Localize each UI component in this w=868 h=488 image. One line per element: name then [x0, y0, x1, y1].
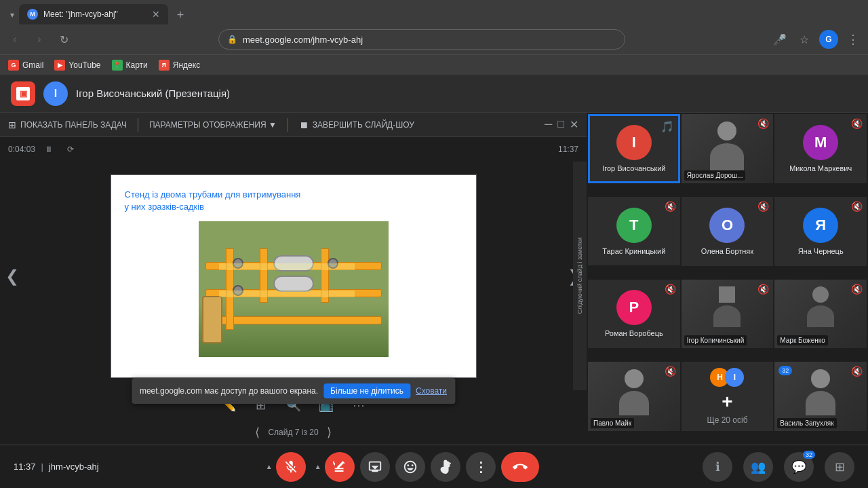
mic-control-group: ▲ [262, 452, 306, 482]
participant-tile[interactable]: 🔇 Р Роман Воробець [588, 280, 680, 349]
more-count: + [722, 391, 732, 413]
menu-button[interactable]: ⋮ [844, 30, 863, 49]
participant-avatar: О [709, 208, 745, 243]
mute-icon: 🔇 [851, 284, 863, 295]
share-notification-text: meet.google.com має доступ до вашого екр… [140, 386, 318, 396]
more-options-button[interactable]: ⋮ [466, 452, 496, 482]
maximize-button[interactable]: □ [557, 118, 564, 131]
participant-tile[interactable]: 🔇 Ярослав Дорош... [682, 114, 774, 183]
share-notification: meet.google.com має доступ до вашого екр… [132, 378, 455, 404]
slide-top-bar: 0:04:03 ⏸ ⟳ 11:37 [0, 137, 587, 162]
mic-muted-icon [283, 459, 298, 474]
participant-tile[interactable]: 🔇 Марк Боженко [774, 280, 867, 349]
participant-name: Микола Маркевич [789, 164, 852, 172]
reload-button[interactable]: ↻ [54, 30, 73, 49]
tab-title: Meet: "jhm-vcyb-ahj" [43, 10, 146, 19]
participant-tile[interactable]: 🔇 Павло Майк [588, 362, 680, 431]
camera-options-arrow[interactable]: ▲ [311, 452, 325, 482]
bookmark-icon[interactable]: ☆ [795, 30, 814, 49]
participant-tile[interactable]: 🎵 І Ігор Височанський [588, 114, 680, 183]
bookmark-yandex[interactable]: Я Яндекс [159, 60, 200, 71]
info-button[interactable]: ℹ [703, 452, 732, 482]
prev-slide-button[interactable]: ❮ [5, 267, 19, 286]
back-button[interactable]: ‹ [5, 30, 24, 49]
profile-button[interactable]: G [819, 30, 838, 49]
participants-icon: 👥 [751, 459, 766, 474]
participant-name: Тарас Криницький [602, 247, 665, 255]
participants-button[interactable]: 👥 [743, 452, 773, 482]
present-screen-button[interactable] [360, 452, 390, 482]
emoji-icon [403, 459, 418, 474]
leave-call-button[interactable] [501, 452, 539, 482]
bookmark-maps[interactable]: 📍 Карти [112, 60, 148, 71]
participant-tile[interactable]: 🔇 32 Василь Запухляк [774, 362, 867, 431]
security-icon: 🔒 [227, 35, 237, 44]
pause-button[interactable]: ⏸ [41, 141, 57, 157]
show-panel-button[interactable]: ⊞ ПОКАЗАТЬ ПАНЕЛЬ ЗАДАЧ [8, 119, 127, 130]
more-text: Ще 20 осіб [707, 415, 747, 425]
emoji-button[interactable] [395, 452, 425, 482]
participant-name: Яна Чернець [798, 247, 844, 255]
raise-hand-button[interactable] [431, 452, 460, 482]
next-slide-nav-button[interactable]: ⟩ [327, 425, 332, 440]
participant-tile[interactable]: 🔇 Я Яна Чернець [774, 197, 867, 266]
tab-list-button[interactable]: ▾ [5, 5, 19, 24]
label-1 [219, 263, 355, 270]
prev-slide-nav-button[interactable]: ⟨ [255, 425, 260, 440]
camera-button[interactable] [325, 452, 355, 482]
maps-icon: 📍 [112, 60, 123, 71]
activities-button[interactable]: ⊞ [825, 452, 854, 482]
toolbar-divider-2 [288, 118, 288, 132]
more-participants-tile[interactable]: Н І + Ще 20 осіб [682, 362, 774, 431]
person-silhouette [614, 369, 654, 424]
bookmark-youtube[interactable]: ▶ YouTube [54, 60, 100, 71]
mic-button[interactable] [276, 452, 306, 482]
present-screen-icon [368, 459, 382, 474]
youtube-icon: ▶ [54, 60, 65, 71]
bookmark-gmail[interactable]: G Gmail [8, 60, 43, 71]
participant-name: Ігор Височанський [602, 164, 665, 172]
address-bar[interactable]: 🔒 meet.google.com/jhm-vcyb-ahj [218, 29, 625, 50]
person-silhouette [707, 121, 747, 176]
active-tab[interactable]: M Meet: "jhm-vcyb-ahj" ✕ [19, 4, 168, 24]
participant-tile[interactable]: 🔇 Т Тарас Криницький [588, 197, 680, 266]
chrome-tabs: ▾ M Meet: "jhm-vcyb-ahj" ✕ + [0, 0, 868, 24]
camera-control-group: ▲ [311, 452, 355, 482]
participant-name: Ярослав Дорош... [684, 170, 746, 181]
time-total: 11:37 [558, 145, 578, 154]
meet-bottom-bar: 11:37 | jhm-vcyb-ahj ▲ ▲ [0, 445, 868, 488]
audio-active-icon: 🎵 [660, 120, 674, 133]
mic-options-arrow[interactable]: ▲ [262, 452, 276, 482]
hide-share-link[interactable]: Сховати [416, 386, 447, 396]
presentation-area: ⊞ ПОКАЗАТЬ ПАНЕЛЬ ЗАДАЧ ПАРАМЕТРЫ ОТОБРА… [0, 113, 587, 445]
stop-button[interactable]: ⟳ [62, 141, 79, 157]
person-silhouette [800, 369, 841, 424]
tab-close-button[interactable]: ✕ [152, 9, 160, 20]
meet-app: ▣ І Ігор Височанський (Презентація) ⊞ ПО… [0, 75, 868, 488]
voice-search-icon[interactable]: 🎤 [770, 30, 789, 49]
notes-label: Слідуючий слайд і заметки [576, 238, 583, 314]
bottom-controls: ▲ ▲ [99, 452, 703, 482]
participant-tile[interactable]: 🔇 О Олена Бортняк [682, 197, 774, 266]
participant-avatar: Р [616, 290, 652, 325]
info-icon: ℹ [715, 459, 720, 474]
chat-button[interactable]: 💬 32 [784, 452, 814, 482]
new-tab-button[interactable]: + [171, 5, 190, 24]
participant-tile[interactable]: 🔇 Ігор Копичинський [682, 280, 774, 349]
close-button[interactable]: ✕ [570, 118, 578, 131]
meet-logo: ▣ [11, 81, 35, 106]
minimize-button[interactable]: ─ [545, 118, 552, 131]
slide-counter: Слайд 7 із 20 [268, 428, 318, 437]
forward-button[interactable]: › [30, 30, 49, 49]
end-slideshow-button[interactable]: ⏹ ЗАВЕРШИТЬ СЛАЙД-ШОУ [299, 119, 414, 130]
person-silhouette [707, 286, 747, 341]
participant-avatar: М [803, 125, 838, 160]
mute-icon: 🔇 [757, 201, 769, 212]
participant-tile[interactable]: 🔇 М Микола Маркевич [774, 114, 867, 183]
stop-sharing-button[interactable]: Більше не ділитись [323, 383, 410, 398]
bottom-left: 11:37 | jhm-vcyb-ahj [14, 462, 99, 472]
toolbar-divider [138, 118, 138, 132]
more-avatars: Н І [710, 368, 744, 387]
display-options-button[interactable]: ПАРАМЕТРЫ ОТОБРАЖЕНИЯ ▼ [149, 120, 277, 130]
gmail-icon: G [8, 60, 19, 71]
